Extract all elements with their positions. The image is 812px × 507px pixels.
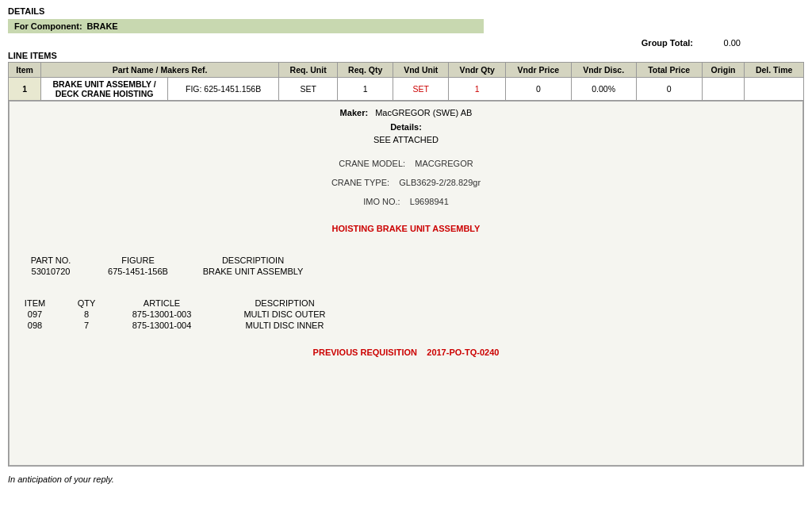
item-r1-qty: 8 [75,309,98,319]
col-part-name: Part Name / Makers Ref. [41,63,279,78]
crane-type-label: CRANE TYPE: [331,178,389,187]
group-total-label: Group Total: [642,38,693,48]
col-item: Item [9,63,41,78]
prev-req-label: PREVIOUS REQUISITION [313,348,417,357]
item-r1-article: 875-13001-003 [122,309,201,319]
for-component-value: BRAKE [87,21,118,31]
for-component-row: For Component: BRAKE [8,19,484,33]
row-del-time [745,78,804,101]
col-req-unit: Req. Unit [279,63,338,78]
imo-line: IMO NO.: L9698941 [19,197,793,206]
part-table-header: PART NO. FIGURE DESCRIPTIOIN [19,255,793,265]
item-r2-desc: MULTI DISC INNER [225,321,344,330]
item-r1-item: 097 [19,309,51,319]
detail-content-box: Maker: MacGREGOR (SWE) AB Details: SEE A… [9,101,803,466]
crane-type-line: CRANE TYPE: GLB3629-2/28.829gr [19,178,793,187]
details-section-label: DETAILS [8,6,804,16]
maker-line: Maker: MacGREGOR (SWE) AB [19,108,793,117]
crane-type-value: GLB3629-2/28.829gr [399,178,481,187]
row-total-price: 0 [636,78,702,101]
imo-value: L9698941 [410,197,449,206]
col-vnd-unit: Vnd Unit [393,63,449,78]
item-r2-article: 875-13001-004 [122,321,201,330]
prev-req-value: 2017-PO-TQ-0240 [427,348,499,357]
table-row: 1 BRAKE UNIT ASSEMBLY / DECK CRANE HOIST… [9,78,804,101]
for-component-label: For Component: [14,21,82,31]
group-total-value: 0.00 [701,38,741,48]
row-vndr-price: 0 [505,78,571,101]
col-origin: Origin [702,63,745,78]
item-r2-qty: 7 [75,321,98,330]
col-vndr-disc: Vndr Disc. [571,63,636,78]
crane-model-label: CRANE MODEL: [339,159,405,168]
row-fig: FIG: 625-1451.156B [168,78,279,101]
part-table-row: 53010720 675-1451-156B BRAKE UNIT ASSEMB… [19,267,793,276]
hoisting-label: HOISTING BRAKE UNIT ASSEMBLY [19,224,793,233]
maker-value: MacGREGOR (SWE) AB [375,108,472,117]
col-vndr-price: Vndr Price [505,63,571,78]
line-items-table: Item Part Name / Makers Ref. Req. Unit R… [8,62,804,467]
row-item-num: 1 [9,78,41,101]
item-col-desc: DESCRIPTION [225,298,344,308]
footer-text: In anticipation of your reply. [8,474,804,484]
line-items-section-label: LINE ITEMS [8,51,804,60]
see-attached: SEE ATTACHED [19,135,793,144]
col-vndr-qty: Vndr Qty [449,63,506,78]
prev-req-line: PREVIOUS REQUISITION 2017-PO-TQ-0240 [19,348,793,357]
col-total-price: Total Price [636,63,702,78]
crane-model-line: CRANE MODEL: MACGREGOR [19,159,793,168]
group-total-row: Group Total: 0.00 [8,38,804,48]
maker-label: Maker: [340,108,368,117]
row-part-name: BRAKE UNIT ASSEMBLY / DECK CRANE HOISTIN… [41,78,168,101]
item-col-article: ARTICLE [122,298,201,308]
imo-label: IMO NO.: [363,197,400,206]
item-col-item: ITEM [19,298,51,308]
col-req-qty: Req. Qty [338,63,393,78]
row-vndr-disc: 0.00% [571,78,636,101]
item-table-header: ITEM QTY ARTICLE DESCRIPTION [19,298,793,308]
row-vndr-qty: 1 [449,78,506,101]
part-col-partno: PART NO. [19,255,82,265]
detail-row: Maker: MacGREGOR (SWE) AB Details: SEE A… [9,101,804,467]
part-col-figure: FIGURE [106,255,170,265]
col-del-time: Del. Time [745,63,804,78]
item-row-1: 097 8 875-13001-003 MULTI DISC OUTER [19,309,793,319]
row-origin [702,78,745,101]
part-col-desc: DESCRIPTIOIN [193,255,312,265]
item-r1-desc: MULTI DISC OUTER [225,309,344,319]
part-row-figure: 675-1451-156B [106,267,170,276]
crane-model-value: MACGREGOR [415,159,473,168]
item-r2-item: 098 [19,321,51,330]
table-header-row: Item Part Name / Makers Ref. Req. Unit R… [9,63,804,78]
item-row-2: 098 7 875-13001-004 MULTI DISC INNER [19,321,793,330]
part-row-partno: 53010720 [19,267,82,276]
details-label: Details: [19,122,793,132]
row-req-qty: 1 [338,78,393,101]
row-req-unit: SET [279,78,338,101]
item-col-qty: QTY [75,298,98,308]
part-row-desc: BRAKE UNIT ASSEMBLY [193,267,312,276]
row-vnd-unit: SET [393,78,449,101]
